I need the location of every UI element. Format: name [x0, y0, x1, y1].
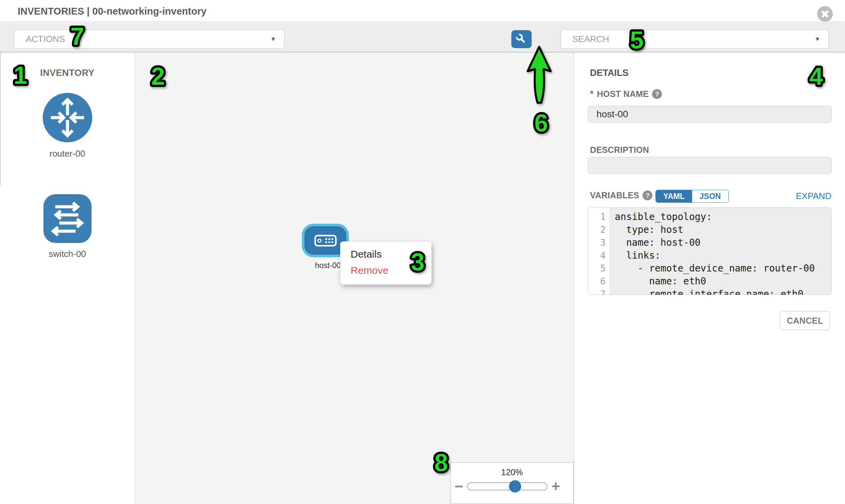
actions-dropdown[interactable]: ACTIONS ▼ [14, 30, 284, 49]
toolbar: ACTIONS ▼ SEARCH [0, 22, 845, 53]
sidebar-heading: INVENTORY [0, 68, 135, 78]
required-mark: * [590, 89, 594, 99]
host-name-input[interactable] [588, 106, 831, 123]
zoom-level: 120% [451, 467, 574, 477]
chevron-down-icon: ▼ [270, 36, 276, 43]
sidebar-item-switch[interactable]: switch-00 [0, 194, 135, 259]
search-dropdown[interactable]: SEARCH ▼ [561, 30, 829, 49]
sidebar-item-label: router-00 [50, 148, 85, 159]
tab-yaml[interactable]: YAML [656, 190, 692, 202]
code-line: type: host [615, 223, 831, 236]
description-input[interactable] [588, 157, 831, 174]
host-server-icon [314, 235, 337, 247]
editor-code: ansible_topology: type: host name: host-… [610, 208, 831, 294]
topology-canvas[interactable]: host-00 Details Remove 120% − + [135, 53, 574, 504]
details-panel: DETAILS * HOST NAME ? DESCRIPTION VARIAB… [574, 53, 845, 504]
inventory-sidebar: INVENTORY router-00 [0, 53, 135, 504]
help-icon[interactable]: ? [642, 191, 652, 200]
router-arrows-icon [42, 92, 93, 143]
code-line: ansible_topology: [615, 211, 831, 223]
code-line: links: [615, 249, 831, 262]
context-menu-item-details[interactable]: Details [340, 246, 431, 262]
wrench-icon [514, 32, 529, 47]
zoom-slider-track[interactable] [467, 482, 548, 490]
editor-line-numbers: 1 2 3 4 5 6 7 [588, 208, 610, 294]
search-dropdown-label: SEARCH [573, 34, 814, 44]
context-menu-item-remove[interactable]: Remove [340, 262, 431, 278]
zoom-control: 120% − + [450, 462, 574, 504]
help-icon[interactable]: ? [652, 89, 662, 99]
chevron-down-icon: ▼ [814, 36, 820, 43]
zoom-slider-thumb[interactable] [509, 480, 521, 492]
actions-dropdown-label: ACTIONS [26, 34, 270, 44]
variables-label: VARIABLES [590, 191, 639, 200]
close-button[interactable] [817, 6, 833, 22]
inventory-topology-app: INVENTORIES | 00-networking-inventory AC… [0, 0, 845, 504]
host-name-label: HOST NAME [597, 89, 649, 99]
details-heading: DETAILS [590, 68, 629, 78]
zoom-in-button[interactable]: + [548, 478, 564, 494]
switch-arrows-icon [43, 194, 92, 244]
expand-link[interactable]: EXPAND [796, 191, 831, 201]
context-menu: Details Remove [340, 241, 432, 285]
code-line: name: eth0 [615, 275, 831, 288]
code-line: - remote_device_name: router-00 [615, 262, 831, 275]
tools-button[interactable] [511, 30, 532, 48]
sidebar-item-router[interactable]: router-00 [0, 92, 135, 159]
zoom-out-button[interactable]: − [451, 478, 467, 494]
host-node-label: host-00 [315, 260, 341, 270]
description-label: DESCRIPTION [590, 145, 649, 155]
code-line: remote_interface_name: eth0 [615, 288, 831, 295]
page-title: INVENTORIES | 00-networking-inventory [18, 6, 207, 17]
header: INVENTORIES | 00-networking-inventory [0, 0, 845, 22]
cancel-button[interactable]: CANCEL [780, 311, 830, 330]
variables-editor[interactable]: 1 2 3 4 5 6 7 ansible_topology: type: ho… [588, 208, 831, 295]
code-line: name: host-00 [615, 236, 831, 249]
variables-format-toggle: YAML JSON [655, 190, 729, 203]
sidebar-item-label: switch-00 [49, 249, 86, 259]
tab-json[interactable]: JSON [692, 190, 728, 202]
